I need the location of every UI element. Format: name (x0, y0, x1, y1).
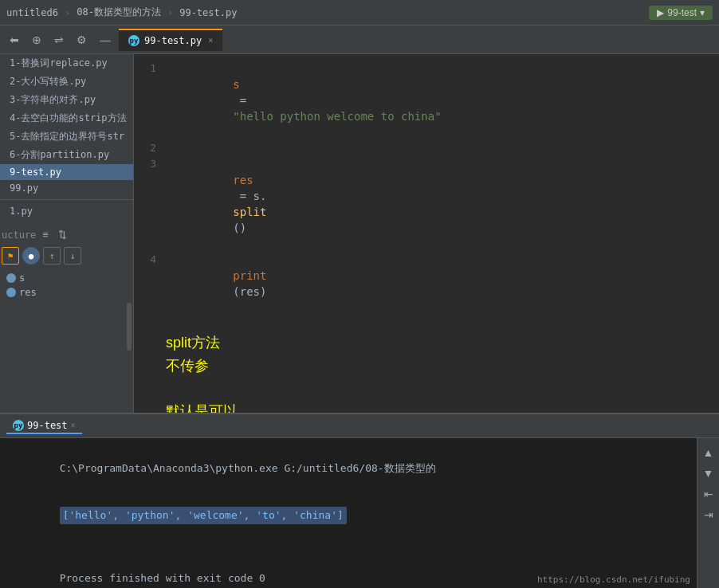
settings-button[interactable]: ⚙ (72, 31, 92, 49)
bottom-tab-run[interactable]: py 99-test × (6, 418, 82, 434)
title-folder: 08-数据类型的方法 (77, 6, 161, 19)
editor-area: 1 s = "hello python welcome to china" 2 … (134, 54, 719, 413)
forward-button[interactable]: ⊕ (27, 31, 46, 49)
struct-icon-filter[interactable]: ⚑ (2, 247, 19, 265)
var-s-label: s (19, 272, 25, 284)
code-editor[interactable]: 1 s = "hello python welcome to china" 2 … (134, 54, 719, 413)
sidebar-item-1py[interactable]: 1.py (0, 203, 133, 219)
line-content-4: print (res) (166, 252, 719, 316)
var-s-icon (6, 273, 16, 283)
bottom-tab-close-icon[interactable]: × (71, 421, 76, 429)
line-content-1: s = "hello python welcome to china" (166, 61, 719, 140)
line-number-4: 4 (134, 252, 166, 268)
tab-99test[interactable]: py 99-test.py × (119, 29, 222, 51)
line-number-3: 3 (134, 156, 166, 172)
tab-bar: py 99-test.py × (119, 29, 222, 51)
sidebar-divider (0, 199, 133, 200)
var-s: s (6, 271, 127, 285)
terminal-output-line: ['hello', 'python', 'welcome', 'to', 'ch… (10, 492, 687, 540)
structure-icons: ⚑ ● ↑ ↓ (0, 244, 133, 268)
bottom-tabs: py 99-test × (0, 414, 719, 438)
minimize-button[interactable]: — (95, 31, 116, 49)
struct-icon-arrow-down[interactable]: ↓ (64, 247, 81, 265)
structure-section: ucture ≡ ⇅ ⚑ ● ↑ ↓ (0, 225, 133, 268)
variables-section: s res (0, 268, 133, 303)
sidebar-item-partition[interactable]: 6-分割partition.py (0, 146, 133, 164)
toolbar: ⬅ ⊕ ⇌ ⚙ — py 99-test.py × (0, 25, 719, 54)
struct-icon-arrow-up[interactable]: ↑ (43, 247, 61, 265)
annotation-area: split方法 不传参 默认是可以 帮助我们 以 空格 来进行切分的 (134, 316, 719, 413)
structure-sort-btn[interactable]: ≡ (39, 227, 52, 242)
run-dropdown-icon: ▾ (700, 7, 705, 18)
line-content-3: res = s. split () (166, 156, 719, 252)
line-content-2 (166, 140, 719, 156)
terminal-empty-line (10, 539, 687, 555)
terminal-finish-text: Process finished with exit code 0 (60, 572, 265, 584)
sidebar-scrollbar[interactable] (127, 303, 132, 351)
run-button[interactable]: ▶ 99-test ▾ (649, 6, 713, 20)
scroll-up-button[interactable]: ▲ (701, 445, 716, 461)
structure-expand-btn[interactable]: ⇅ (55, 227, 70, 242)
back-button[interactable]: ⬅ (5, 31, 24, 49)
bottom-side-controls: ▲ ▼ ⇤ ⇥ (697, 438, 719, 588)
title-bar: untitled6 › 08-数据类型的方法 › 99-test.py ▶ 99… (0, 0, 719, 25)
sidebar-item-99[interactable]: 99.py (0, 180, 133, 196)
title-bar-right: ▶ 99-test ▾ (649, 6, 713, 20)
watermark: https://blog.csdn.net/ifubing (537, 574, 690, 585)
line-number-2: 2 (134, 140, 166, 156)
token-assign: = s. (233, 190, 266, 202)
sidebar-item-case[interactable]: 2-大小写转换.py (0, 73, 133, 91)
token-str: "hello python welcome to china" (233, 110, 441, 123)
expand-button[interactable]: ⇌ (49, 31, 69, 49)
token-s: s (233, 78, 239, 91)
var-res: res (6, 285, 127, 300)
title-sep1: › (65, 7, 70, 18)
sidebar-item-9test[interactable]: 9-test.py (0, 164, 133, 180)
title-project: untitled6 (6, 7, 58, 18)
bottom-main: C:\ProgramData\Anaconda3\python.exe G:/u… (0, 438, 719, 588)
tab-close-icon[interactable]: × (208, 36, 213, 45)
bottom-content[interactable]: C:\ProgramData\Anaconda3\python.exe G:/u… (0, 438, 697, 588)
title-file: 99-test.py (179, 7, 237, 18)
terminal-path-text: C:\ProgramData\Anaconda3\python.exe G:/u… (60, 462, 436, 474)
code-line-2: 2 (134, 140, 719, 156)
token-split: split (233, 206, 266, 218)
var-res-icon (6, 288, 16, 297)
code-line-3: 3 res = s. split () (134, 156, 719, 252)
title-sep2: › (167, 7, 173, 18)
sidebar-item-strip[interactable]: 4-去空白功能的strip方法 (0, 109, 133, 127)
bottom-tab-label: 99-test (27, 420, 68, 431)
structure-toolbar: ucture ≡ ⇅ (0, 225, 133, 244)
sidebar-item-boundary[interactable]: 5-去除指定的边界符号str (0, 127, 133, 146)
sidebar-scrollbar-area (0, 303, 133, 413)
tab-label: 99-test.py (144, 35, 202, 46)
annotation-text: split方法 不传参 默认是可以 帮助我们 以 空格 来进行切分的 (166, 331, 687, 413)
token-print-paren: (res) (233, 285, 266, 298)
token-eq: = (233, 94, 253, 107)
token-res: res (233, 174, 253, 186)
bottom-tab-icon: py (13, 420, 24, 431)
code-line-1: 1 s = "hello python welcome to china" (134, 61, 719, 140)
run-icon: ▶ (657, 7, 664, 18)
token-print: print (233, 269, 266, 282)
wrap-button[interactable]: ⇥ (702, 507, 715, 523)
structure-label: ucture (2, 229, 36, 241)
sidebar-item-replace[interactable]: 1-替换词replace.py (0, 54, 133, 73)
var-res-label: res (19, 287, 37, 298)
run-label: 99-test (667, 7, 697, 18)
tab-py-icon: py (128, 35, 139, 46)
terminal-path-line: C:\ProgramData\Anaconda3\python.exe G:/u… (10, 445, 687, 492)
sidebar: 1-替换词replace.py 2-大小写转换.py 3-字符串的对齐.py 4… (0, 54, 134, 413)
sidebar-item-align[interactable]: 3-字符串的对齐.py (0, 91, 133, 109)
main-area: 1-替换词replace.py 2-大小写转换.py 3-字符串的对齐.py 4… (0, 54, 719, 413)
clear-button[interactable]: ⇤ (702, 486, 715, 502)
bottom-panel: py 99-test × C:\ProgramData\Anaconda3\py… (0, 413, 719, 588)
scroll-down-button[interactable]: ▼ (701, 465, 716, 481)
terminal-output-highlight: ['hello', 'python', 'welcome', 'to', 'ch… (60, 507, 347, 524)
line-number-1: 1 (134, 61, 166, 76)
token-parens: () (233, 221, 246, 234)
struct-icon-dot[interactable]: ● (22, 247, 40, 265)
code-line-4: 4 print (res) (134, 252, 719, 316)
